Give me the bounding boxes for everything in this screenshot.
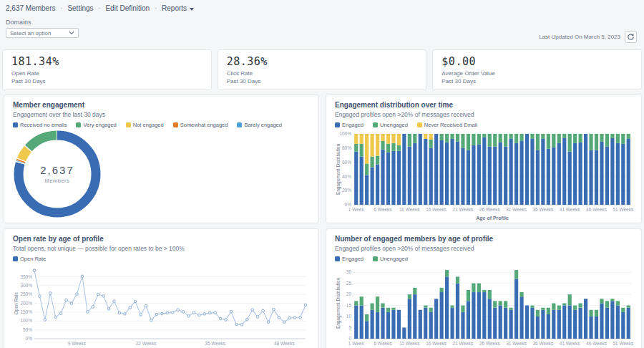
- open-rate-point: [187, 315, 190, 318]
- unengaged-bar-segment: [386, 308, 390, 312]
- engaged-bar-segment: [519, 141, 523, 205]
- engaged-bar-segment: [621, 312, 625, 339]
- unengaged-bar-segment: [509, 134, 513, 139]
- breadcrumb-edit-definition[interactable]: Edit Definition: [105, 4, 150, 12]
- unengaged-bar-segment: [461, 134, 464, 148]
- reports-menu[interactable]: Reports: [162, 4, 194, 12]
- engaged-bar-segment: [402, 328, 406, 339]
- engaged-bar-segment: [504, 308, 507, 339]
- open-rate-point: [44, 319, 47, 322]
- kpi-value: 28.36%: [227, 55, 418, 68]
- open-rate-point: [49, 292, 52, 295]
- legend-swatch: [76, 122, 81, 127]
- legend-swatch: [417, 122, 422, 127]
- x-tick-label: 46 Weeks: [586, 207, 608, 212]
- engaged-bar-segment: [472, 145, 475, 205]
- legend-label: Engaged: [342, 256, 364, 262]
- legend-swatch: [373, 256, 378, 261]
- unengaged-bar-segment: [605, 301, 609, 307]
- panel-subtitle: Engagement over the last 30 days: [13, 111, 310, 118]
- kpi-label: Average Order Value: [441, 70, 633, 77]
- legend-label: Unengaged: [380, 122, 408, 128]
- legend-item[interactable]: Engaged: [335, 256, 364, 262]
- open-rate-point: [39, 295, 42, 298]
- engaged-bar-segment: [360, 306, 364, 339]
- legend-item[interactable]: Engaged: [335, 122, 364, 128]
- unengaged-bar-segment: [600, 299, 603, 303]
- last-updated-text: Last Updated On March 5, 2023: [539, 34, 620, 40]
- legend-item[interactable]: Received no emails: [13, 122, 67, 128]
- x-tick-label: 36 Weeks: [532, 341, 554, 346]
- engaged-bar-segment: [456, 284, 459, 339]
- open-rate-point: [102, 295, 105, 298]
- open-rate-point: [118, 311, 121, 314]
- open-rate-point: [166, 311, 169, 314]
- open-rate-point: [245, 318, 248, 321]
- legend-item[interactable]: Not engaged: [126, 122, 164, 128]
- breadcrumb-separator: ·: [155, 4, 157, 12]
- open-rate-point: [225, 319, 228, 322]
- legend-item[interactable]: Very engaged: [76, 122, 116, 128]
- engaged-bar-segment: [434, 134, 438, 205]
- refresh-button[interactable]: [625, 31, 637, 43]
- open-rate-point: [92, 306, 94, 309]
- engaged-bar-segment: [488, 147, 492, 205]
- unengaged-bar-segment: [493, 134, 497, 147]
- x-tick-label: 36 Weeks: [532, 207, 554, 212]
- x-tick-label: 48 Weeks: [274, 341, 296, 346]
- unengaged-bar-segment: [450, 134, 454, 139]
- engaged-bar-segment: [413, 143, 416, 205]
- open-rate-point: [273, 308, 275, 311]
- engaged-members-legend: EngagedUnengaged: [335, 256, 633, 262]
- engaged-bar-segment: [610, 138, 614, 205]
- legend-item[interactable]: Open Rate: [13, 256, 46, 262]
- engaged-bar-segment: [547, 149, 550, 205]
- unengaged-bar-segment: [568, 134, 572, 152]
- engaged-bar-segment: [482, 292, 486, 339]
- y-tick-label: 350%: [20, 274, 32, 279]
- legend-swatch: [335, 122, 340, 127]
- y-axis-title: Open Rate: [14, 291, 19, 314]
- never-received-email-bar-segment: [424, 134, 427, 139]
- kpi-value: 181.34%: [11, 55, 203, 68]
- legend-label: Engaged: [342, 122, 364, 128]
- unengaged-bar-segment: [547, 308, 550, 314]
- breadcrumb-settings[interactable]: Settings: [67, 4, 93, 12]
- engaged-bar-segment: [419, 310, 422, 339]
- kpi-row: 181.34% Open Rate Past 30 Days 28.36% Cl…: [2, 49, 642, 90]
- legend-swatch: [335, 256, 340, 261]
- legend-item[interactable]: Unengaged: [373, 256, 408, 262]
- legend-item[interactable]: Barely engaged: [237, 122, 282, 128]
- engaged-bar-segment: [589, 316, 592, 339]
- unengaged-bar-segment: [504, 134, 507, 147]
- legend-swatch: [373, 122, 378, 127]
- engaged-bar-segment: [557, 143, 561, 205]
- engaged-bar-segment: [568, 152, 572, 205]
- x-tick-label: 9 Weeks: [68, 341, 87, 346]
- engagement-distribution-panel: Engagement distribution over time Engage…: [326, 95, 642, 223]
- kpi-sublabel: Past 30 Days: [441, 78, 633, 84]
- engaged-bar-segment: [467, 301, 470, 339]
- engaged-bar-segment: [541, 310, 545, 339]
- x-tick-label: 31 Weeks: [506, 207, 527, 212]
- unengaged-bar-segment: [579, 304, 582, 308]
- y-tick-label: 15: [346, 303, 352, 308]
- engaged-bar-segment: [424, 308, 427, 339]
- breadcrumb-members[interactable]: 2,637 Members: [6, 4, 55, 12]
- engaged-bar-segment: [477, 292, 481, 339]
- engaged-bar-segment: [621, 144, 625, 205]
- open-rate-point: [171, 311, 174, 314]
- unengaged-bar-segment: [519, 134, 523, 141]
- engaged-bar-segment: [391, 310, 395, 339]
- domains-select[interactable]: Select an option: [6, 28, 79, 38]
- legend-item[interactable]: Never Received Email: [417, 122, 477, 128]
- engagement-distribution-chart: 0%20%40%60%80%100%Age of ProfileEngageme…: [335, 130, 634, 221]
- unengaged-bar-segment: [354, 301, 358, 305]
- unengaged-bar-segment: [589, 134, 592, 150]
- kpi-open-rate: 181.34% Open Rate Past 30 Days: [2, 49, 212, 90]
- legend-item[interactable]: Unengaged: [373, 122, 408, 128]
- engaged-bar-segment: [589, 150, 592, 205]
- legend-item[interactable]: Somewhat engaged: [173, 122, 228, 128]
- panel-title: Open rate by age of profile: [13, 235, 310, 243]
- engaged-bar-segment: [552, 310, 555, 339]
